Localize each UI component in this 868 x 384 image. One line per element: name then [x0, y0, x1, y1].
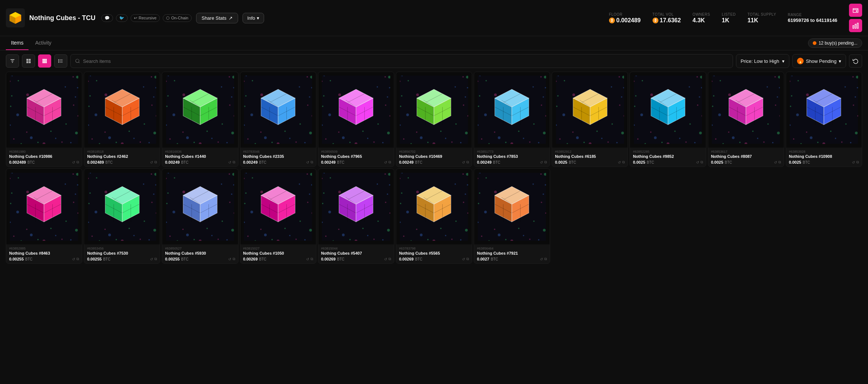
- copy-icon[interactable]: ⧉: [311, 257, 313, 261]
- copy-icon[interactable]: ⧉: [388, 160, 391, 164]
- item-card[interactable]: #63852912 Nothing Cubes #6185 0.0025 BTC…: [552, 72, 628, 167]
- svg-point-683: [328, 210, 331, 213]
- item-card[interactable]: #63815044 Nothing Cubes #5407 0.00269 BT…: [318, 168, 394, 264]
- floor-value: ₿ 0.002489: [609, 17, 641, 24]
- view-grid-medium-button[interactable]: [38, 54, 51, 68]
- share-stats-button[interactable]: Share Stats ↗: [196, 13, 238, 23]
- copy-icon[interactable]: ⧉: [233, 160, 235, 164]
- item-card[interactable]: #63852885 Nothing Cubes #8463 0.00255 BT…: [6, 168, 82, 264]
- item-info: #63852285 Nothing Cubes #9852 0.0025 BTC…: [630, 148, 706, 167]
- item-card[interactable]: #63783046 Nothing Cubes #2335 0.00249 BT…: [240, 72, 316, 167]
- twitter-badge[interactable]: 🐦: [116, 14, 128, 22]
- svg-point-702: [325, 235, 327, 237]
- copy-icon[interactable]: ⧉: [388, 257, 391, 261]
- refresh-icon[interactable]: ↺: [462, 257, 465, 261]
- refresh-icon[interactable]: ↺: [306, 160, 309, 164]
- item-image: [162, 169, 238, 244]
- info-button[interactable]: Info ▾: [243, 13, 264, 23]
- wallet-button[interactable]: [849, 4, 862, 17]
- refresh-icon[interactable]: ↺: [774, 160, 777, 164]
- item-card[interactable]: #63856464 Nothing Cubes #7921 0.0027 BTC…: [474, 168, 550, 264]
- chart-button[interactable]: [849, 19, 862, 32]
- item-card[interactable]: #63881980 Nothing Cubes #10986 0.002489 …: [6, 72, 82, 167]
- refresh-icon[interactable]: ↺: [228, 257, 231, 261]
- refresh-button[interactable]: [849, 54, 862, 68]
- svg-point-597: [172, 210, 175, 213]
- svg-point-89: [96, 80, 97, 81]
- item-card[interactable]: #63783798 Nothing Cubes #5565 0.00269 BT…: [396, 168, 472, 264]
- search-box[interactable]: [70, 54, 733, 68]
- copy-icon[interactable]: ⧉: [544, 257, 547, 261]
- svg-point-48: [26, 94, 29, 96]
- copy-icon[interactable]: ⧉: [856, 160, 859, 164]
- item-card[interactable]: #63853928 Nothing Cubes #10908 0.0025 BT…: [786, 72, 862, 167]
- svg-point-338: [611, 123, 613, 125]
- filter-button[interactable]: [6, 54, 19, 68]
- refresh-icon[interactable]: ↺: [150, 257, 153, 261]
- refresh-icon[interactable]: ↺: [384, 257, 387, 261]
- copy-icon[interactable]: ⧉: [76, 160, 79, 164]
- copy-icon[interactable]: ⧉: [154, 257, 157, 261]
- item-actions: ↺ ⧉: [852, 160, 859, 164]
- refresh-icon[interactable]: ↺: [72, 257, 75, 261]
- refresh-icon[interactable]: ↺: [540, 160, 543, 164]
- svg-point-692: [377, 183, 378, 185]
- view-grid-small-button[interactable]: [22, 54, 35, 68]
- svg-point-294: [494, 132, 496, 133]
- copy-icon[interactable]: ⧉: [700, 160, 703, 164]
- refresh-icon[interactable]: ↺: [72, 160, 75, 164]
- svg-point-234: [387, 96, 388, 98]
- item-info: #63815027 Nothing Cubes #1050 0.00269 BT…: [240, 244, 316, 263]
- discord-badge[interactable]: 💬: [101, 14, 113, 22]
- sort-dropdown[interactable]: Price: Low to High ▾: [736, 54, 790, 68]
- refresh-icon[interactable]: ↺: [696, 160, 699, 164]
- item-name: Nothing Cubes #9852: [633, 154, 703, 159]
- item-card[interactable]: #63815027 Nothing Cubes #1050 0.00269 BT…: [240, 168, 316, 264]
- refresh-icon[interactable]: ↺: [852, 160, 855, 164]
- svg-point-486: [850, 142, 852, 144]
- item-card[interactable]: #63818518 Nothing Cubes #2462 0.002489 B…: [84, 72, 160, 167]
- refresh-icon[interactable]: ↺: [150, 160, 153, 164]
- btc-label: BTC: [803, 160, 810, 164]
- item-info: #63856509 Nothing Cubes #7965 0.00249 BT…: [318, 148, 394, 167]
- svg-point-40: [11, 95, 13, 97]
- copy-icon[interactable]: ⧉: [233, 257, 235, 261]
- view-list-button[interactable]: [54, 54, 67, 68]
- refresh-icon[interactable]: ↺: [228, 160, 231, 164]
- copy-icon[interactable]: ⧉: [622, 160, 625, 164]
- pending-notification[interactable]: 12 buy(s) pending...: [808, 38, 862, 48]
- item-card[interactable]: #63850527 Nothing Cubes #5930 0.00255 BT…: [162, 168, 238, 264]
- copy-icon[interactable]: ⧉: [466, 160, 469, 164]
- copy-icon[interactable]: ⧉: [466, 257, 469, 261]
- copy-icon[interactable]: ⧉: [76, 257, 79, 261]
- copy-icon[interactable]: ⧉: [778, 160, 781, 164]
- item-id: #63816836: [165, 150, 235, 153]
- item-card[interactable]: #63853456 Nothing Cubes #7530 0.00255 BT…: [84, 168, 160, 264]
- copy-icon[interactable]: ⧉: [544, 160, 547, 164]
- search-input[interactable]: [83, 58, 728, 64]
- refresh-icon[interactable]: ↺: [306, 257, 309, 261]
- item-card[interactable]: #63853617 Nothing Cubes #8087 0.0025 BTC…: [708, 72, 784, 167]
- item-card[interactable]: #63856702 Nothing Cubes #10469 0.00249 B…: [396, 72, 472, 167]
- item-card[interactable]: #63856509 Nothing Cubes #7965 0.00249 BT…: [318, 72, 394, 167]
- item-card[interactable]: #63852285 Nothing Cubes #9852 0.0025 BTC…: [630, 72, 706, 167]
- svg-point-606: [221, 183, 222, 185]
- item-image: [474, 169, 550, 244]
- svg-point-380: [650, 132, 651, 133]
- refresh-icon[interactable]: ↺: [384, 160, 387, 164]
- item-image: [162, 72, 238, 148]
- tab-items[interactable]: Items: [6, 36, 29, 50]
- refresh-icon[interactable]: ↺: [618, 160, 621, 164]
- items-grid: #63881980 Nothing Cubes #10986 0.002489 …: [0, 72, 868, 270]
- copy-icon[interactable]: ⧉: [154, 160, 157, 164]
- item-price-row: 0.0027 BTC ↺ ⧉: [477, 257, 547, 261]
- item-card[interactable]: #63851773 Nothing Cubes #7853 0.00249 BT…: [474, 72, 550, 167]
- copy-icon[interactable]: ⧉: [311, 160, 313, 164]
- refresh-icon[interactable]: ↺: [540, 257, 543, 261]
- item-image: [84, 72, 160, 148]
- svg-point-701: [382, 239, 384, 240]
- show-pending-button[interactable]: 🔥 Show Pending ▾: [792, 54, 846, 68]
- item-card[interactable]: #63816836 Nothing Cubes #1440 0.00249 BT…: [162, 72, 238, 167]
- refresh-icon[interactable]: ↺: [462, 160, 465, 164]
- tab-activity[interactable]: Activity: [30, 36, 56, 50]
